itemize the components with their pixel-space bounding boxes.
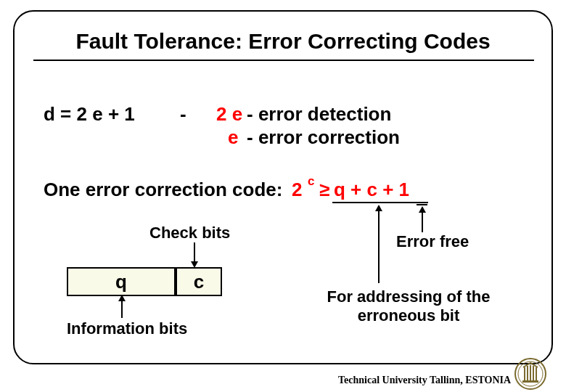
footer-affiliation: Technical University Tallinn, ESTONIA [338, 375, 511, 386]
error-correction-count: e [228, 126, 238, 149]
error-detection-label: - error detection [247, 103, 391, 126]
information-bits-label: Information bits [67, 319, 187, 338]
check-bits-label: Check bits [149, 224, 230, 242]
error-correction-label: - error correction [247, 126, 400, 149]
box-q: q [67, 267, 176, 296]
rhs-underline [332, 202, 428, 203]
distance-formula: d = 2 e + 1 [44, 103, 135, 126]
one-underline [417, 204, 427, 205]
box-c: c [176, 267, 222, 296]
separator-dash: - [180, 103, 186, 126]
svg-rect-7 [522, 380, 538, 383]
inequality-exponent: c [308, 174, 314, 189]
inequality-base: 2 [292, 179, 302, 201]
title-underline [33, 60, 534, 61]
inequality-rhs: q + c + 1 [334, 179, 409, 201]
university-logo-icon [514, 357, 547, 391]
error-free-label: Error free [396, 232, 469, 251]
error-detection-count: 2 e [216, 103, 242, 126]
inequality-ge: ≥ [319, 179, 329, 201]
slide-title: Fault Tolerance: Error Correcting Codes [36, 29, 530, 54]
one-ecc-label: One error correction code: [44, 179, 282, 201]
addressing-label: For addressing of the erroneous bit [325, 287, 492, 325]
